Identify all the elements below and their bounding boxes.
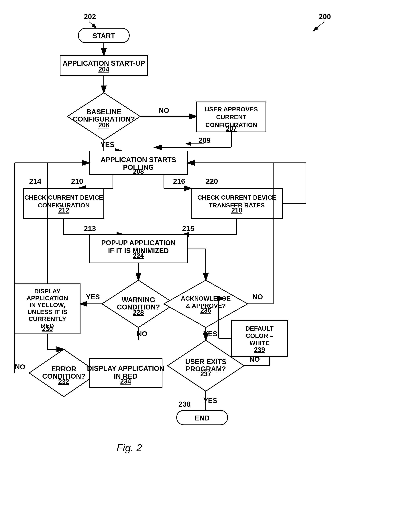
ref-216: 216 <box>173 177 185 185</box>
app-startup-id: 204 <box>98 66 109 73</box>
ref-209: 209 <box>198 136 211 144</box>
app-polling-id: 208 <box>133 168 144 175</box>
yes-label-acknowledge: YES <box>203 330 217 338</box>
warning-cond-label1: WARNING <box>122 296 155 304</box>
warning-cond-id: 228 <box>133 309 144 316</box>
yes-label-exits: YES <box>203 397 217 404</box>
user-approves-id: 207 <box>226 125 237 132</box>
display-yellow-l2: APPLICATION <box>27 295 68 302</box>
check-transfer-id: 218 <box>231 206 242 214</box>
ref-238: 238 <box>178 400 191 408</box>
popup-label1: POP-UP APPLICATION <box>101 239 176 247</box>
acknowledge-id: 236 <box>200 307 211 314</box>
user-exits-label1: USER EXITS <box>185 358 226 365</box>
yes-label-baseline: YES <box>101 141 114 149</box>
ref-210: 210 <box>71 177 83 185</box>
display-yellow-id: 230 <box>42 325 53 333</box>
default-color-label2: COLOR – <box>246 332 273 339</box>
end-node: END <box>195 414 209 422</box>
display-yellow-l1: DISPLAY <box>34 288 61 295</box>
popup-id: 224 <box>133 252 144 259</box>
check-transfer-label1: CHECK CURRENT DEVICE <box>197 194 276 201</box>
default-color-id: 239 <box>254 346 265 354</box>
ref-214: 214 <box>29 177 41 185</box>
no-label-baseline: NO <box>159 107 169 114</box>
error-cond-id: 232 <box>58 378 69 385</box>
diagram-container: 200 202 START APPLICATION START-UP 204 B… <box>0 0 393 532</box>
fig-label: Fig. 2 <box>117 442 142 453</box>
ref-213: 213 <box>84 225 96 233</box>
check-config-label1: CHECK CURRENT DEVICE <box>25 194 103 201</box>
baseline-config-label: BASELINE <box>86 108 121 116</box>
diagram-ref-202: 202 <box>84 13 96 21</box>
display-red-label1: DISPLAY APPLICATION <box>87 365 164 372</box>
ref-220: 220 <box>206 177 218 185</box>
start-node: START <box>93 32 115 40</box>
user-approves-label2: CURRENT <box>216 114 246 120</box>
user-approves-label1: USER APPROVES <box>205 106 258 113</box>
display-red-id: 234 <box>120 378 131 385</box>
baseline-config-id: 206 <box>98 121 109 129</box>
app-polling-label1: APPLICATION STARTS <box>101 156 176 163</box>
no-label-acknowledge: NO <box>253 293 263 301</box>
default-color-label1: DEFAULT <box>246 325 274 332</box>
default-color-label3: WHITE <box>250 340 270 346</box>
no-label-warning: NO <box>137 330 147 338</box>
no-label-error: NO <box>15 363 25 371</box>
display-yellow-l4: UNLESS IT IS <box>27 308 67 315</box>
user-exits-id: 237 <box>200 370 211 378</box>
check-config-id: 212 <box>58 206 69 214</box>
display-yellow-l5: CURRENTLY <box>29 315 66 322</box>
yes-label-warning: YES <box>86 293 100 301</box>
ref-215: 215 <box>182 225 194 233</box>
error-cond-label1: ERROR <box>51 365 76 373</box>
display-yellow-l3: IN YELLOW, <box>29 302 65 308</box>
diagram-ref-200: 200 <box>319 13 331 21</box>
